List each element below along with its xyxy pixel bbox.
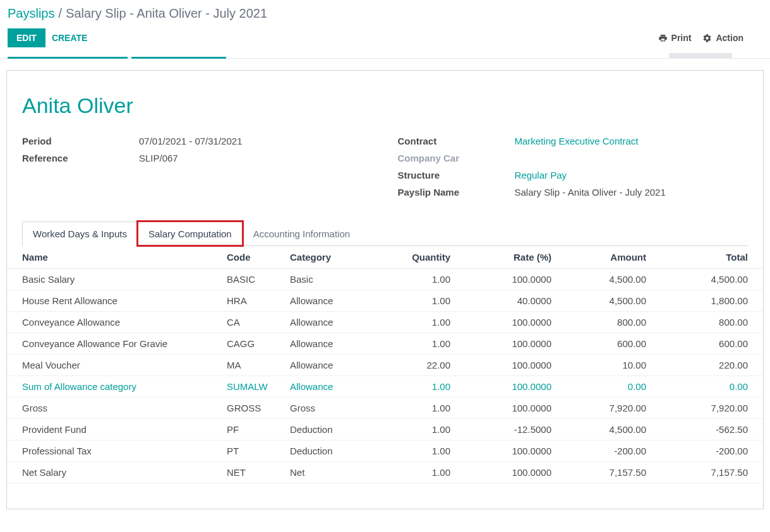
gear-icon <box>702 33 712 43</box>
cell-total: 800.00 <box>651 312 763 333</box>
cell-total: 220.00 <box>651 355 763 376</box>
create-button[interactable]: CREATE <box>52 33 88 43</box>
cell-rate: 100.0000 <box>455 312 556 333</box>
cell-amount: 7,920.00 <box>556 398 651 419</box>
contract-label: Contract <box>398 136 515 146</box>
cell-rate: 100.0000 <box>455 376 556 398</box>
cell-amount: 800.00 <box>556 312 651 333</box>
cell-name: Basic Salary <box>7 269 222 290</box>
cell-amount: 7,157.50 <box>556 462 651 483</box>
col-quantity[interactable]: Quantity <box>373 246 455 269</box>
print-label: Print <box>671 33 692 43</box>
cell-code: GROSS <box>222 398 285 419</box>
cell-quantity: 1.00 <box>373 462 455 483</box>
cell-name: Sum of Allowance category <box>7 376 222 398</box>
cell-quantity: 22.00 <box>373 355 455 376</box>
cell-rate: 40.0000 <box>455 290 556 312</box>
cell-category: Net <box>285 462 373 483</box>
col-amount[interactable]: Amount <box>556 246 651 269</box>
form-sheet: Anita Oliver Period 07/01/2021 - 07/31/2… <box>6 70 764 509</box>
breadcrumb: Payslips / Salary Slip - Anita Oliver - … <box>8 6 762 21</box>
cell-amount: 4,500.00 <box>556 419 651 440</box>
cell-total: -200.00 <box>651 440 763 462</box>
cell-code: MA <box>222 355 285 376</box>
breadcrumb-separator: / <box>58 6 62 21</box>
payslip-name-label: Payslip Name <box>398 187 515 198</box>
action-label: Action <box>716 33 743 43</box>
company-car-label: Company Car <box>398 153 515 163</box>
cell-quantity: 1.00 <box>373 269 455 290</box>
tab-worked-days[interactable]: Worked Days & Inputs <box>22 222 138 246</box>
col-rate[interactable]: Rate (%) <box>455 246 556 269</box>
cell-total: 0.00 <box>651 376 763 398</box>
breadcrumb-current: Salary Slip - Anita Oliver - July 2021 <box>66 6 267 21</box>
cell-category: Deduction <box>285 419 373 440</box>
cell-category: Allowance <box>285 333 373 355</box>
cell-name: Gross <box>7 398 222 419</box>
table-row[interactable]: Conveyance Allowance For GravieCAGGAllow… <box>7 333 763 355</box>
cell-amount: -200.00 <box>556 440 651 462</box>
cell-rate: 100.0000 <box>455 398 556 419</box>
cell-category: Basic <box>285 269 373 290</box>
cell-amount: 4,500.00 <box>556 290 651 312</box>
col-total[interactable]: Total <box>651 246 763 269</box>
cell-name: Professional Tax <box>7 440 222 462</box>
cell-category: Gross <box>285 398 373 419</box>
table-row[interactable]: Sum of Allowance categorySUMALWAllowance… <box>7 376 763 398</box>
cell-name: Meal Voucher <box>7 355 222 376</box>
table-row[interactable]: Provident FundPFDeduction1.00-12.50004,5… <box>7 419 763 440</box>
cell-amount: 10.00 <box>556 355 651 376</box>
cell-quantity: 1.00 <box>373 290 455 312</box>
salary-computation-table: Name Code Category Quantity Rate (%) Amo… <box>7 246 763 483</box>
cell-rate: -12.5000 <box>455 419 556 440</box>
cell-code: SUMALW <box>222 376 285 398</box>
action-button[interactable]: Action <box>702 33 743 43</box>
cell-total: 1,800.00 <box>651 290 763 312</box>
cell-rate: 100.0000 <box>455 269 556 290</box>
cell-name: Net Salary <box>7 462 222 483</box>
table-row[interactable]: Basic SalaryBASICBasic1.00100.00004,500.… <box>7 269 763 290</box>
cell-rate: 100.0000 <box>455 462 556 483</box>
col-name[interactable]: Name <box>7 246 222 269</box>
cell-quantity: 1.00 <box>373 440 455 462</box>
cell-amount: 600.00 <box>556 333 651 355</box>
table-row[interactable]: Professional TaxPTDeduction1.00100.0000-… <box>7 440 763 462</box>
table-row[interactable]: House Rent AllowanceHRAAllowance1.0040.0… <box>7 290 763 312</box>
cell-category: Allowance <box>285 355 373 376</box>
cell-total: 4,500.00 <box>651 269 763 290</box>
cell-rate: 100.0000 <box>455 440 556 462</box>
col-category[interactable]: Category <box>285 246 373 269</box>
cell-name: Provident Fund <box>7 419 222 440</box>
col-code[interactable]: Code <box>222 246 285 269</box>
cell-category: Allowance <box>285 312 373 333</box>
structure-label: Structure <box>398 170 515 180</box>
contract-value[interactable]: Marketing Executive Contract <box>515 136 639 146</box>
reference-label: Reference <box>22 153 139 163</box>
print-icon <box>658 33 668 43</box>
cell-amount: 0.00 <box>556 376 651 398</box>
cell-quantity: 1.00 <box>373 333 455 355</box>
table-row[interactable]: Conveyance AllowanceCAAllowance1.00100.0… <box>7 312 763 333</box>
cell-code: BASIC <box>222 269 285 290</box>
edit-button[interactable]: EDIT <box>8 28 45 47</box>
structure-value[interactable]: Regular Pay <box>515 170 567 180</box>
breadcrumb-root[interactable]: Payslips <box>8 6 54 21</box>
tab-accounting-information[interactable]: Accounting Information <box>243 222 361 245</box>
tab-salary-computation[interactable]: Salary Computation <box>138 222 243 245</box>
cell-name: Conveyance Allowance For Gravie <box>7 333 222 355</box>
cell-code: PT <box>222 440 285 462</box>
employee-name: Anita Oliver <box>22 93 748 118</box>
cell-code: CA <box>222 312 285 333</box>
table-row[interactable]: Net SalaryNETNet1.00100.00007,157.507,15… <box>7 462 763 483</box>
cell-amount: 4,500.00 <box>556 269 651 290</box>
period-label: Period <box>22 136 139 146</box>
table-row[interactable]: Meal VoucherMAAllowance22.00100.000010.0… <box>7 355 763 376</box>
cell-category: Allowance <box>285 290 373 312</box>
cell-total: -562.50 <box>651 419 763 440</box>
reference-value: SLIP/067 <box>139 153 178 163</box>
payslip-name-value: Salary Slip - Anita Oliver - July 2021 <box>515 187 666 198</box>
status-strip <box>0 55 770 59</box>
cell-quantity: 1.00 <box>373 419 455 440</box>
print-button[interactable]: Print <box>658 33 692 43</box>
table-row[interactable]: GrossGROSSGross1.00100.00007,920.007,920… <box>7 398 763 419</box>
